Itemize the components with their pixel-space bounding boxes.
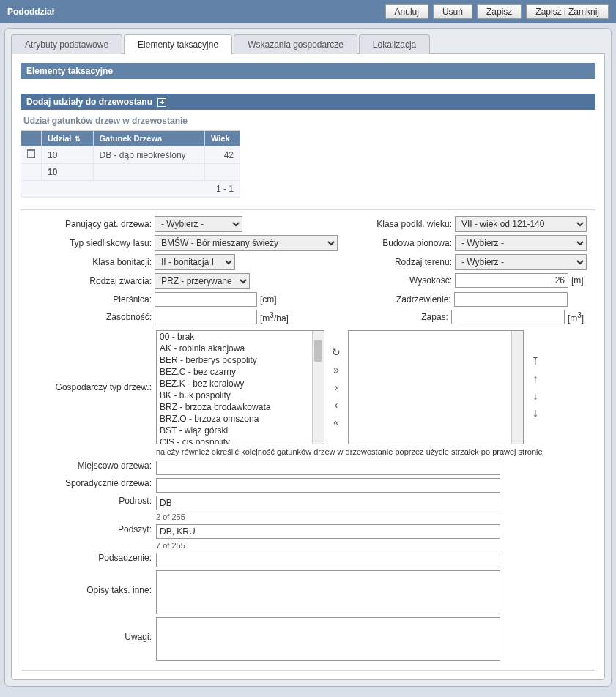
select-klasa-bon[interactable]: II - bonitacja I [155,254,235,270]
textarea-opisy-inne[interactable] [156,570,500,614]
move-all-left-icon[interactable]: « [329,416,344,429]
label-klasa-podkl: Klasa podkl. wieku: [357,219,452,229]
list-item[interactable]: BEZ.K - bez koralowy [157,378,324,390]
list-item[interactable]: BK - buk pospolity [157,390,324,401]
tab-tax[interactable]: Elementy taksacyjne [124,34,232,54]
textarea-podrost[interactable]: DB [156,496,500,510]
add-shares-label: Dodaj udziały do drzewostanu [26,97,152,107]
cell-wiek: 42 [204,146,240,164]
dual-listbox: 00 - brak AK - robinia akacjowa BER - be… [156,330,543,444]
row-delete[interactable] [21,146,42,164]
tab-eco[interactable]: Wskazania gospodarcze [234,34,357,54]
available-list[interactable]: 00 - brak AK - robinia akacjowa BER - be… [156,330,324,444]
input-piersnica[interactable] [155,292,257,307]
tabs: Atrybuty podstawowe Elementy taksacyjne … [11,34,605,54]
tab-loc[interactable]: Lokalizacja [359,34,430,54]
th-gatunek[interactable]: Gatunek Drzewa [93,131,204,146]
help-note: należy również określić kolejność gatunk… [156,447,589,456]
select-rodzaj-zw[interactable]: PRZ - przerywane [155,273,250,289]
unit-zapas: [m3] [568,311,584,324]
label-budowa: Budowa pionowa: [357,238,452,248]
input-zapas[interactable] [451,310,565,324]
label-gosp-typ: Gospodarczy typ drzew.: [27,382,152,392]
move-all-right-icon[interactable]: » [329,363,344,376]
label-sporadycznie: Sporadycznie drzewa: [27,478,152,488]
move-down-icon[interactable]: ↓ [528,390,543,403]
header-bar: Pododdział Anuluj Usuń Zapisz Zapisz i Z… [0,0,616,23]
add-shares-bar[interactable]: Dodaj udziały do drzewostanu + [21,94,595,110]
label-podsadzenie: Podsadzenie: [27,553,152,563]
move-left-icon[interactable]: ‹ [329,398,344,411]
list-item[interactable]: BST - wiąz górski [157,425,324,436]
header-buttons: Anuluj Usuń Zapisz Zapisz i Zamknij [385,4,609,19]
select-rodzaj-ter[interactable]: - Wybierz - [455,254,587,270]
input-zadrzew[interactable] [454,292,568,307]
select-budowa[interactable]: - Wybierz - [455,235,587,251]
shares-table: Udział ⇅ Gatunek Drzewa Wiek 10 DB - dąb… [21,130,240,198]
delete-button[interactable]: Usuń [433,4,472,19]
label-panujacy-gat: Panujący gat. drzewa: [27,219,152,229]
section-title: Elementy taksacyjne [21,63,595,79]
move-up-icon[interactable]: ↑ [528,372,543,385]
textarea-podsadzenie[interactable] [156,553,500,567]
th-wiek[interactable]: Wiek [204,131,240,146]
save-button[interactable]: Zapisz [477,4,522,19]
pager-text: 1 - 1 [21,181,240,198]
unit-wysokosc: [m] [571,275,584,286]
label-klasa-bon: Klasa bonitacji: [27,257,152,267]
label-podrost: Podrost: [27,496,152,506]
label-wysokosc: Wysokość: [357,275,452,286]
cell-udzial: 10 [42,146,94,164]
label-zadrzew: Zadrzewienie: [356,294,451,305]
unit-zasobnosc: [m3/ha] [260,311,289,324]
scrollbar[interactable] [312,331,324,444]
textarea-miejscowo[interactable] [156,461,500,475]
select-panujacy-gat[interactable]: - Wybierz - [155,216,242,232]
label-zapas: Zapas: [353,312,448,322]
list-item[interactable]: 00 - brak [157,331,324,343]
count-podrost: 2 of 255 [156,512,500,521]
list-item[interactable]: BEZ.C - bez czarny [157,366,324,378]
th-udzial[interactable]: Udział ⇅ [42,131,94,146]
tab-content: Elementy taksacyjne Dodaj udziały do drz… [11,53,605,680]
table-total-row: 10 [21,164,240,181]
plus-icon[interactable]: + [157,98,166,107]
table-row: 10 DB - dąb nieokreślony 42 [21,146,240,164]
list-item[interactable]: CIS - cis pospolity [157,436,324,444]
total-udzial: 10 [42,164,94,181]
main-panel: Atrybuty podstawowe Elementy taksacyjne … [4,28,612,687]
save-close-button[interactable]: Zapisz i Zamknij [526,4,609,19]
select-typ-siedl[interactable]: BMŚW - Bór mieszany świeży [155,235,338,251]
trash-icon [27,149,35,158]
textarea-podszyt[interactable]: DB, KRU [156,524,500,539]
label-piersnica: Pierśnica: [27,294,152,305]
label-rodzaj-ter: Rodzaj terenu: [357,257,452,267]
label-podszyt: Podszyt: [27,524,152,534]
order-arrows: ⤒ ↑ ↓ ⤓ [528,354,543,420]
scrollbar[interactable] [511,331,523,444]
input-zasobnosc[interactable] [155,310,257,324]
label-opisy-inne: Opisy taks. inne: [27,570,152,595]
unit-piersnica: [cm] [260,294,277,305]
shares-caption: Udział gatunków drzew w drzewostanie [21,113,595,130]
list-item[interactable]: BRZ - brzoza brodawkowata [157,401,324,413]
swap-icon[interactable]: ↻ [329,346,344,359]
input-wysokosc[interactable] [455,273,568,288]
label-zasobnosc: Zasobność: [27,312,152,322]
count-podszyt: 7 of 255 [156,541,500,550]
pager-row: 1 - 1 [21,181,240,198]
form-area: Panujący gat. drzewa: - Wybierz - Klasa … [21,209,595,671]
move-right-icon[interactable]: › [329,381,344,394]
textarea-sporadycznie[interactable] [156,478,500,493]
cell-gatunek: DB - dąb nieokreślony [93,146,204,164]
cancel-button[interactable]: Anuluj [385,4,428,19]
selected-list[interactable] [348,330,524,444]
textarea-uwagi[interactable] [156,617,500,661]
move-bottom-icon[interactable]: ⤓ [528,407,543,420]
move-top-icon[interactable]: ⤒ [528,354,543,368]
list-item[interactable]: BER - berberys pospolity [157,354,324,366]
list-item[interactable]: AK - robinia akacjowa [157,343,324,354]
list-item[interactable]: BRZ.O - brzoza omszona [157,413,324,425]
tab-basic[interactable]: Atrybuty podstawowe [11,34,122,54]
select-klasa-podkl[interactable]: VII - wiek od 121-140 [455,216,587,232]
